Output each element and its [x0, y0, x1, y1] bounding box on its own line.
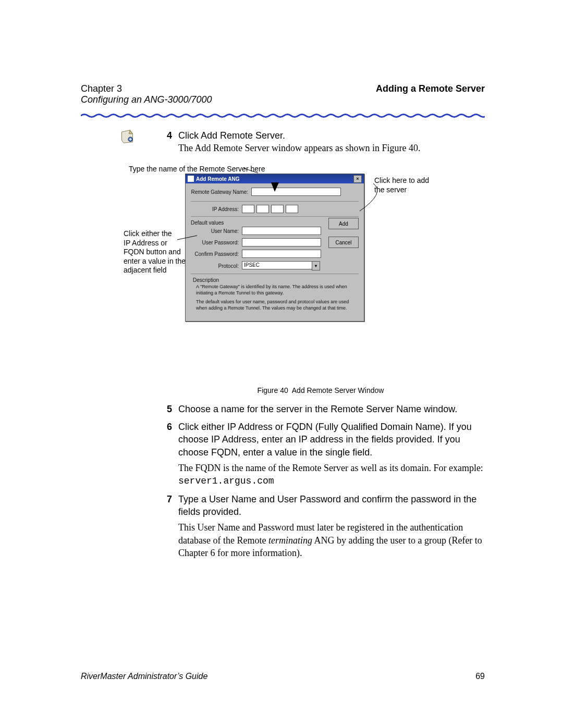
label-description: Description [193, 277, 359, 283]
wavy-divider [81, 113, 485, 118]
svg-marker-1 [129, 130, 133, 134]
figure-caption: Figure 40 Add Remote Server Window [156, 386, 485, 396]
callout-top: Type the name of the Remote Server here [129, 165, 265, 174]
step-4-line1: Click Add Remote Server. [178, 130, 285, 141]
add-button[interactable]: Add [328, 218, 359, 229]
step-4-line2: The Add Remote Server window appears as … [178, 143, 420, 153]
label-protocol: Protocol: [191, 263, 242, 269]
gateway-name-input[interactable] [251, 188, 341, 196]
description-text-1: A "Remote Gateway" is identified by its … [196, 284, 357, 296]
protocol-select[interactable]: IPSEC ▼ [242, 261, 320, 270]
callout-left: Click either the IP Address or FQDN butt… [124, 229, 186, 275]
ip-octet-4[interactable] [286, 205, 298, 213]
cancel-button[interactable]: Cancel [328, 237, 359, 248]
step-6: 6 Click either IP Address or FQDN (Fully… [156, 421, 485, 487]
footer-page-number: 69 [475, 672, 485, 681]
username-input[interactable] [242, 227, 321, 235]
chevron-down-icon[interactable]: ▼ [312, 261, 320, 270]
header-chapter: Chapter 3 [81, 83, 122, 94]
step-7: 7 Type a User Name and User Password and… [156, 493, 485, 559]
confirm-password-input[interactable] [242, 250, 321, 258]
label-ip: IP Address: [191, 206, 242, 212]
page-header: Chapter 3 Adding a Remote Server Configu… [81, 83, 485, 105]
close-button[interactable]: × [353, 175, 362, 183]
step-4: 4 Click Add Remote Server. The Add Remot… [156, 129, 485, 155]
ip-octet-3[interactable] [271, 205, 284, 213]
header-section: Adding a Remote Server [376, 83, 485, 94]
dialog-titlebar: Add Remote ANG × [186, 174, 364, 183]
step-5: 5 Choose a name for the server in the Re… [156, 403, 485, 415]
label-confirm: Confirm Password: [191, 251, 242, 257]
app-icon [188, 176, 194, 182]
footer-guide: RiverMaster Administrator’s Guide [81, 672, 207, 681]
header-subtitle: Configuring an ANG-3000/7000 [81, 94, 485, 105]
dialog-title: Add Remote ANG [196, 176, 353, 182]
label-username: User Name: [191, 228, 242, 234]
ip-octet-1[interactable] [242, 205, 254, 213]
protocol-value: IPSEC [242, 261, 312, 269]
callout-right: Click here to add the server [374, 176, 442, 194]
ip-octet-2[interactable] [256, 205, 269, 213]
document-icon [120, 129, 134, 144]
page-footer: RiverMaster Administrator’s Guide 69 [81, 672, 485, 681]
password-input[interactable] [242, 238, 321, 246]
description-text-2: The default values for user name, passwo… [196, 299, 357, 311]
add-remote-dialog: Add Remote ANG × Remote Gateway Name: IP… [185, 174, 364, 322]
label-password: User Password: [191, 240, 242, 245]
label-gateway-name: Remote Gateway Name: [191, 189, 251, 195]
